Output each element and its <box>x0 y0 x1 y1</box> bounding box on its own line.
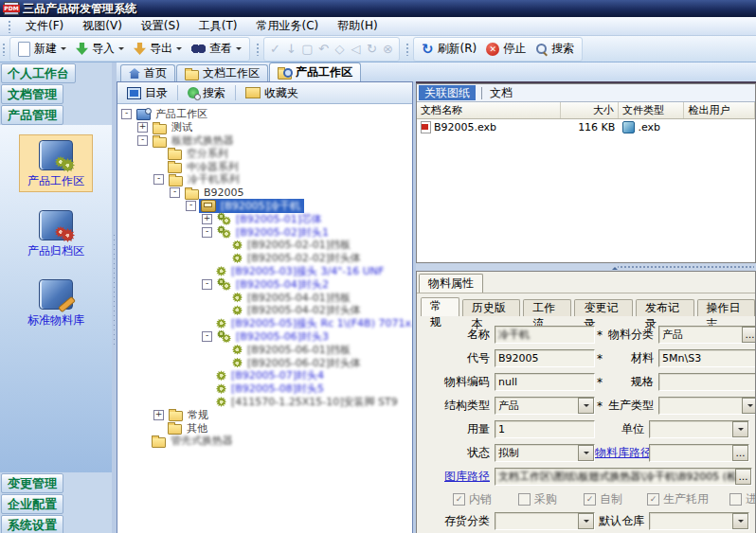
link-field-1[interactable]: 图库路径 <box>419 469 495 485</box>
tree-item[interactable]: [B92005-03]接头 3/4"-16 UNF <box>117 265 412 278</box>
tree-item[interactable]: [B92005-02-01]挡板 <box>117 239 412 252</box>
dropdown-button[interactable] <box>742 398 755 414</box>
dropdown-button[interactable] <box>578 513 594 529</box>
tree-expander-minus[interactable]: - <box>137 135 148 146</box>
field-input[interactable] <box>649 512 749 530</box>
tab-props-5[interactable]: 操作日志 <box>697 299 756 316</box>
tab-product[interactable]: 产品工作区 <box>269 62 361 81</box>
field-input[interactable]: 产品 <box>495 397 595 415</box>
tree-expander-minus[interactable]: - <box>202 279 212 290</box>
sidebar-item-material[interactable]: 标准物料库 <box>20 275 92 330</box>
tree-item[interactable]: -B92005 <box>117 187 412 200</box>
toolbar-search-button[interactable]: 搜索 <box>531 39 579 59</box>
tree-expander-minus[interactable]: - <box>202 227 212 238</box>
sidebar-item-workspace[interactable]: 产品工作区 <box>19 134 93 192</box>
tree-expander-plus[interactable]: + <box>137 122 148 133</box>
column-header[interactable]: 大小 <box>561 102 619 118</box>
menu-item-business[interactable]: 常用业务(C) <box>248 17 328 35</box>
sidebar-button-bottom-2[interactable]: 系统设置 <box>1 515 63 533</box>
menu-item-file[interactable]: 文件(F) <box>17 17 72 35</box>
tree-item[interactable]: 空分系列 <box>117 147 412 160</box>
field-input[interactable]: null <box>495 373 595 391</box>
field-input[interactable]: B92005 <box>495 349 595 367</box>
field-input[interactable] <box>658 373 755 391</box>
sidebar-button-top-2[interactable]: 产品管理 <box>1 105 63 125</box>
field-input[interactable]: 文档工作区\图纸\板翅式换热器\冷干机\B92005 (检修)\… <box>495 468 752 486</box>
sidebar-button-top-1[interactable]: 文档管理 <box>1 84 63 104</box>
tab-props-0[interactable]: 常规 <box>421 297 459 316</box>
tab-documents[interactable]: 文档 <box>484 85 518 100</box>
tree-expander-plus[interactable]: + <box>153 410 164 420</box>
tab-props-2[interactable]: 工作流 <box>523 299 571 316</box>
tab-home[interactable]: 首页 <box>120 64 175 81</box>
field-input[interactable] <box>658 397 755 415</box>
tree-item[interactable]: -板翅式换热器 <box>117 134 412 148</box>
tree-item[interactable]: [B92005-05]接头 Rc 1\(F4B) 7071x.1 <box>117 317 412 330</box>
tree-expander-minus[interactable]: - <box>121 109 132 119</box>
collapse-handle[interactable] <box>612 265 754 269</box>
tree-item[interactable]: +[B92005-01]芯体 <box>117 212 412 225</box>
tree-expander-plus[interactable]: + <box>202 214 212 224</box>
tree-item[interactable]: [B92005-06-02]封头体 <box>117 356 412 369</box>
toolbar-export-button[interactable]: 导出 <box>129 39 187 59</box>
sidebar-button-top-0[interactable]: 个人工作台 <box>1 63 76 83</box>
file-row[interactable]: B92005.exb116 KB.exb <box>417 119 755 134</box>
toolbar-refresh-button[interactable]: ↻刷新(R) <box>417 39 481 59</box>
field-input[interactable] <box>649 420 749 438</box>
tree-item[interactable]: 其他 <box>117 421 412 435</box>
tree-toolbar-dir-button[interactable]: 目录 <box>117 83 177 103</box>
tab-material-properties[interactable]: 物料属性 <box>419 274 483 293</box>
toolbar-view-button[interactable]: 查看 <box>187 39 246 59</box>
tree-item[interactable]: [B92005-08]封头5 <box>117 382 412 396</box>
field-input[interactable] <box>495 512 595 530</box>
tree-toolbar-fav-button[interactable]: 收藏夹 <box>236 83 308 103</box>
tree-item[interactable]: -[B92005-02]封头1 <box>117 225 412 239</box>
tree-toolbar-search-button[interactable]: 搜索 <box>178 83 235 103</box>
tab-related-drawings[interactable]: 关联图纸 <box>419 85 476 100</box>
tree-item[interactable]: [B92005-04-01]挡板 <box>117 291 412 304</box>
tree-item[interactable]: +测试 <box>117 121 412 134</box>
menu-item-help[interactable]: 帮助(H) <box>329 17 386 35</box>
toolbar-import-button[interactable]: 导入 <box>71 39 129 59</box>
field-input[interactable]: … <box>649 444 749 462</box>
tab-props-4[interactable]: 发布记录 <box>636 299 694 316</box>
tree-item[interactable]: -[B92005-04]封头2 <box>117 277 412 291</box>
browse-button[interactable]: … <box>732 445 748 461</box>
sidebar-button-bottom-0[interactable]: 变更管理 <box>1 473 63 493</box>
tree-item[interactable]: [B92005-07]封头4 <box>117 369 412 382</box>
column-header[interactable]: 文档名称 <box>417 102 561 118</box>
tree-item[interactable]: 管壳式换热器 <box>117 435 412 448</box>
sidebar-button-bottom-1[interactable]: 企业配置 <box>1 494 63 514</box>
sidebar-item-archive[interactable]: 产品归档区 <box>20 205 92 261</box>
tree-expander-minus[interactable]: - <box>153 174 164 185</box>
dropdown-button[interactable] <box>578 445 594 461</box>
column-header[interactable]: 检出用户 <box>684 102 755 118</box>
menu-item-tools[interactable]: 工具(T) <box>190 17 246 35</box>
sidebar-splitter[interactable] <box>112 62 117 533</box>
browse-button[interactable]: … <box>742 327 755 343</box>
tree-item[interactable]: +常规 <box>117 408 412 421</box>
menu-item-view[interactable]: 视图(V) <box>74 17 131 35</box>
field-input[interactable]: 冷干机 <box>495 326 595 344</box>
tree-item[interactable]: 中冷器系列 <box>117 160 412 173</box>
checkbox-2[interactable]: ✓自制 <box>584 491 622 507</box>
tree-item[interactable]: -冷干机系列 <box>117 173 412 187</box>
checkbox-0[interactable]: ✓内销 <box>453 491 492 507</box>
tree-item[interactable]: [B92005-04-02]封头体 <box>117 304 412 317</box>
toolbar-stop-button[interactable]: ✕停止 <box>481 39 531 59</box>
tree-item[interactable]: -[B92005-06]封头3 <box>117 330 412 344</box>
tree-expander-minus[interactable]: - <box>202 331 212 342</box>
dropdown-button[interactable] <box>732 421 748 437</box>
field-input[interactable]: 1 <box>495 420 595 438</box>
checkbox-1[interactable]: 采购 <box>518 491 557 507</box>
tab-folder[interactable]: 文档工作区 <box>176 64 268 81</box>
checkbox-3[interactable]: ✓生产耗用 <box>647 491 709 507</box>
tab-props-3[interactable]: 变更记录 <box>574 299 633 316</box>
tree-item[interactable]: [B92005-06-01]挡板 <box>117 343 412 356</box>
tree-expander-minus[interactable]: - <box>170 187 180 198</box>
tab-props-1[interactable]: 历史版本 <box>462 299 521 316</box>
tree-item[interactable]: [B92005-02-02]封头体 <box>117 252 412 265</box>
menu-item-settings[interactable]: 设置(S) <box>133 17 189 35</box>
tree-item[interactable]: -产品工作区 <box>117 108 412 121</box>
dropdown-button[interactable] <box>732 513 748 529</box>
